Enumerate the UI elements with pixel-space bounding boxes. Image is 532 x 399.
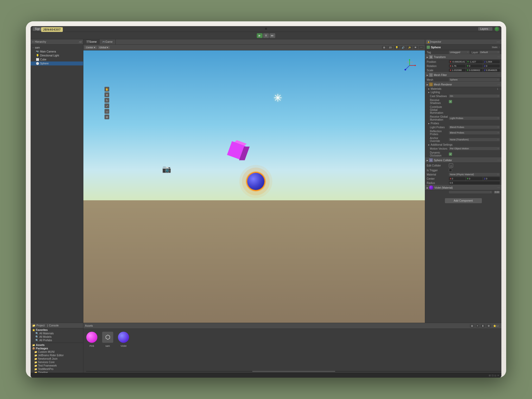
light-probes-value[interactable]: Blend Probes ▾ [449, 126, 500, 129]
transform-component-header[interactable]: ▸ ⊞ Transform ⋯ [425, 54, 501, 60]
tool-hand[interactable]: ✋ [104, 87, 109, 92]
transform-menu[interactable]: ⋯ [497, 56, 500, 58]
collider-menu[interactable]: ⋯ [497, 159, 500, 162]
viewport-btn-more[interactable]: ⋯ [419, 46, 424, 49]
asset-pink[interactable]: Pink [86, 331, 98, 347]
viewport-btn-2d[interactable]: 2D [387, 46, 393, 49]
newtonsoft-json[interactable]: 📁 Newtonsoft Json [31, 357, 83, 360]
is-trigger-checkbox[interactable] [449, 169, 452, 172]
hierarchy-item-sphere[interactable]: ⚪ Sphere [31, 61, 83, 65]
asset-sam[interactable]: ⬡ sam [101, 331, 114, 347]
viewport-btn-audio[interactable]: 🔊 [400, 46, 406, 49]
rotation-z[interactable]: Z 0 [483, 64, 500, 68]
tag-dropdown[interactable]: Untagged ▾ [449, 51, 469, 54]
scrollbar-thumb[interactable] [252, 371, 335, 372]
packages-folder[interactable]: 📦 Packages [31, 347, 83, 350]
testmeshpro[interactable]: 📁 TestMeshPro [31, 367, 83, 371]
position-x[interactable]: X -0.06828141 [449, 60, 466, 63]
violet-material-header[interactable]: ▸ Violet (Material) ⋯ [425, 185, 501, 190]
center-y[interactable]: Y 0 [466, 177, 483, 180]
edit-shader-btn[interactable]: Edit [494, 191, 500, 193]
lighting-section[interactable]: ▸ Lighting [425, 91, 501, 94]
scale-y[interactable]: Y 0.0288002 [466, 69, 483, 72]
shader-value[interactable]: ▾ [449, 191, 492, 193]
static-dropdown-arrow[interactable]: ▾ [499, 46, 500, 48]
materials-section[interactable]: ▸ Materials 1 [425, 87, 501, 91]
tab-game[interactable]: 🎮 Game [99, 39, 115, 44]
radius-value[interactable]: 0.5 [449, 181, 500, 184]
hierarchy-item-sam[interactable]: ▸ sam [31, 46, 83, 50]
object-active-checkbox[interactable] [427, 46, 430, 49]
viewport-btn-grid[interactable]: ⊞ [382, 46, 387, 49]
step-button[interactable]: ⏭ [269, 33, 275, 38]
hierarchy-all[interactable]: All [79, 41, 82, 43]
viewport-btn-light[interactable]: 💡 [394, 46, 400, 49]
mesh-renderer-header[interactable]: ▸ ⬡ Mesh Renderer ⋯ [425, 82, 501, 87]
services-core[interactable]: 📁 Services Core [31, 360, 83, 364]
asset-violet[interactable]: Violet [117, 331, 130, 347]
transform-gizmo[interactable] [402, 58, 417, 73]
inspector-menu[interactable]: ⋯ [497, 40, 500, 44]
tool-scale[interactable]: ⤢ [104, 103, 109, 108]
pause-button[interactable]: ⏸ [263, 33, 269, 38]
tab-scene[interactable]: 🎬 Scene [83, 39, 99, 44]
account-icon[interactable] [495, 27, 499, 31]
hierarchy-item-directional-light[interactable]: 💡 Directional Light [31, 54, 83, 58]
dynamic-occlusion-checkbox[interactable]: ✓ [449, 153, 452, 156]
viewport-btn-effects[interactable]: ✨ [407, 46, 412, 49]
global-dropdown[interactable]: Global ▾ [98, 46, 110, 49]
all-prefabs[interactable]: 🔍 All Prefabs [31, 339, 83, 342]
assets-import-btn[interactable]: ⬇ [481, 324, 485, 327]
favorites-header[interactable]: ⭐ Favorites [31, 328, 83, 332]
collider-material-value[interactable]: None (Physic Material) ⊙ [449, 173, 500, 176]
mesh-filter-menu[interactable]: ⋯ [497, 74, 500, 76]
all-materials[interactable]: 🔍 All Materials [31, 332, 83, 335]
play-button[interactable]: ▶ [257, 33, 263, 38]
viewport-btn-hidden[interactable]: 👁 [413, 46, 418, 49]
rotation-y[interactable]: Y 0 [466, 64, 483, 68]
center-dropdown[interactable]: Center ▾ [84, 46, 97, 49]
tool-transform[interactable]: ⊞ [104, 115, 109, 119]
additional-settings-section[interactable]: ▸ Additional Settings [425, 143, 501, 146]
scale-x[interactable]: X 1.032088 [449, 69, 466, 72]
hierarchy-item-main-camera[interactable]: 📷 Main Camera [31, 50, 83, 54]
jetbrains-rider[interactable]: 📁 JetBrains Rider Editor [31, 354, 83, 357]
hierarchy-item-cube[interactable]: ⬜ Cube [31, 58, 83, 61]
lock-icon[interactable]: 🔒 [427, 40, 430, 44]
scene-viewport[interactable]: ✳ 📷 Right [83, 50, 425, 323]
cast-shadows-value[interactable]: On ▾ [449, 94, 500, 98]
layer-dropdown[interactable]: Default ▾ [479, 51, 500, 54]
position-y[interactable]: Y -1.427 [467, 60, 483, 63]
timeline[interactable]: 📁 Timeline [31, 371, 83, 373]
scale-z[interactable]: Z 0.9546825 [483, 69, 500, 72]
edit-collider-btn[interactable]: △ [449, 163, 453, 168]
sphere-collider-header[interactable]: ▸ ⊙ Sphere Collider ⋯ [425, 158, 501, 163]
assets-settings-btn[interactable]: ⚙ [486, 324, 491, 327]
assets-add-btn[interactable]: + [476, 324, 479, 327]
assets-scrollbar[interactable] [86, 370, 501, 372]
motion-vectors-value[interactable]: Per Object Motion ▾ [449, 147, 500, 150]
material-menu[interactable]: ⋯ [497, 186, 500, 189]
receive-gi-value[interactable]: Light Probes ▾ [449, 117, 500, 120]
mesh-value[interactable]: Sphere ⊙ [449, 78, 500, 81]
tool-rotate[interactable]: ↻ [104, 98, 109, 103]
center-x[interactable]: X 0 [449, 177, 466, 180]
mesh-renderer-menu[interactable]: ⋯ [497, 83, 500, 86]
mesh-filter-header[interactable]: ▸ ⬡ Mesh Filter ⋯ [425, 72, 501, 78]
tool-move[interactable]: ⊕ [104, 92, 109, 97]
probes-section[interactable]: ▸ Probes [425, 122, 501, 125]
layers-dropdown[interactable]: Layers ▾ [478, 27, 492, 31]
position-z[interactable]: Z 1.564 [483, 60, 500, 63]
add-component-button[interactable]: Add Component [445, 198, 482, 203]
reflection-probes-value[interactable]: Blend Probes ▾ [449, 131, 500, 134]
custom-muni[interactable]: 📁 Custom MUNI [31, 350, 83, 354]
tool-rect[interactable]: ▭ [104, 109, 109, 114]
receive-shadows-checkbox[interactable]: ✓ [449, 100, 452, 103]
rotation-x[interactable]: X 1.76 [449, 64, 466, 68]
anchor-override-value[interactable]: None (Transform) ⊙ [449, 138, 500, 141]
assets-view-btn[interactable]: ⊞ [470, 324, 474, 327]
center-z[interactable]: Z 0 [483, 177, 500, 180]
assets-folder[interactable]: 📁 Assets [31, 343, 83, 347]
all-models[interactable]: 🔍 All Models [31, 335, 83, 339]
test-framework[interactable]: 📁 Test Framework [31, 364, 83, 367]
